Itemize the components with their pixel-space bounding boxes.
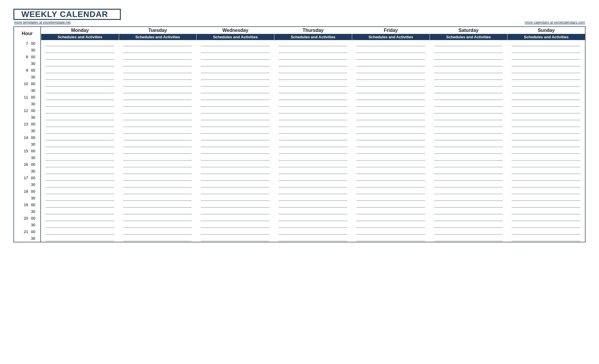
schedule-slot[interactable] bbox=[430, 208, 507, 215]
schedule-slot[interactable] bbox=[196, 121, 274, 127]
schedule-slot[interactable] bbox=[196, 208, 274, 215]
schedule-slot[interactable] bbox=[119, 127, 197, 134]
schedule-slot[interactable] bbox=[196, 228, 274, 235]
schedule-slot[interactable] bbox=[196, 195, 274, 201]
schedule-slot[interactable] bbox=[430, 181, 507, 188]
schedule-slot[interactable] bbox=[430, 87, 507, 94]
schedule-slot[interactable] bbox=[352, 168, 430, 175]
schedule-slot[interactable] bbox=[41, 222, 119, 228]
schedule-slot[interactable] bbox=[274, 114, 352, 121]
schedule-slot[interactable] bbox=[196, 141, 274, 148]
schedule-slot[interactable] bbox=[274, 40, 352, 47]
schedule-slot[interactable] bbox=[274, 134, 352, 141]
schedule-slot[interactable] bbox=[507, 235, 585, 242]
schedule-slot[interactable] bbox=[274, 161, 352, 168]
schedule-slot[interactable] bbox=[507, 222, 585, 228]
schedule-slot[interactable] bbox=[507, 80, 585, 87]
schedule-slot[interactable] bbox=[196, 40, 274, 47]
schedule-slot[interactable] bbox=[430, 67, 507, 74]
schedule-slot[interactable] bbox=[430, 101, 507, 107]
schedule-slot[interactable] bbox=[507, 161, 585, 168]
schedule-slot[interactable] bbox=[352, 188, 430, 195]
templates-link[interactable]: more templates at exceltemplate.net bbox=[14, 20, 70, 25]
schedule-slot[interactable] bbox=[41, 195, 119, 201]
schedule-slot[interactable] bbox=[430, 47, 507, 54]
schedule-slot[interactable] bbox=[274, 228, 352, 235]
schedule-slot[interactable] bbox=[41, 175, 119, 181]
schedule-slot[interactable] bbox=[352, 94, 430, 101]
schedule-slot[interactable] bbox=[507, 40, 585, 47]
schedule-slot[interactable] bbox=[274, 235, 352, 242]
schedule-slot[interactable] bbox=[41, 161, 119, 168]
schedule-slot[interactable] bbox=[41, 235, 119, 242]
schedule-slot[interactable] bbox=[274, 168, 352, 175]
schedule-slot[interactable] bbox=[507, 188, 585, 195]
schedule-slot[interactable] bbox=[196, 54, 274, 60]
schedule-slot[interactable] bbox=[430, 154, 507, 161]
schedule-slot[interactable] bbox=[507, 74, 585, 80]
schedule-slot[interactable] bbox=[430, 134, 507, 141]
schedule-slot[interactable] bbox=[196, 60, 274, 67]
schedule-slot[interactable] bbox=[430, 222, 507, 228]
schedule-slot[interactable] bbox=[274, 181, 352, 188]
schedule-slot[interactable] bbox=[119, 201, 197, 208]
schedule-slot[interactable] bbox=[507, 154, 585, 161]
schedule-slot[interactable] bbox=[352, 74, 430, 80]
schedule-slot[interactable] bbox=[352, 175, 430, 181]
schedule-slot[interactable] bbox=[119, 60, 197, 67]
schedule-slot[interactable] bbox=[352, 80, 430, 87]
schedule-slot[interactable] bbox=[119, 235, 197, 242]
schedule-slot[interactable] bbox=[119, 101, 197, 107]
schedule-slot[interactable] bbox=[196, 134, 274, 141]
schedule-slot[interactable] bbox=[41, 154, 119, 161]
schedule-slot[interactable] bbox=[196, 168, 274, 175]
schedule-slot[interactable] bbox=[196, 47, 274, 54]
schedule-slot[interactable] bbox=[352, 47, 430, 54]
schedule-slot[interactable] bbox=[274, 201, 352, 208]
schedule-slot[interactable] bbox=[507, 148, 585, 154]
schedule-slot[interactable] bbox=[352, 201, 430, 208]
schedule-slot[interactable] bbox=[41, 107, 119, 114]
schedule-slot[interactable] bbox=[274, 148, 352, 154]
schedule-slot[interactable] bbox=[41, 67, 119, 74]
schedule-slot[interactable] bbox=[274, 87, 352, 94]
schedule-slot[interactable] bbox=[41, 40, 119, 47]
schedule-slot[interactable] bbox=[41, 101, 119, 107]
schedule-slot[interactable] bbox=[507, 201, 585, 208]
schedule-slot[interactable] bbox=[507, 168, 585, 175]
schedule-slot[interactable] bbox=[119, 74, 197, 80]
schedule-slot[interactable] bbox=[196, 201, 274, 208]
schedule-slot[interactable] bbox=[119, 208, 197, 215]
schedule-slot[interactable] bbox=[430, 235, 507, 242]
schedule-slot[interactable] bbox=[196, 114, 274, 121]
schedule-slot[interactable] bbox=[430, 74, 507, 80]
schedule-slot[interactable] bbox=[119, 121, 197, 127]
schedule-slot[interactable] bbox=[41, 54, 119, 60]
schedule-slot[interactable] bbox=[430, 175, 507, 181]
schedule-slot[interactable] bbox=[41, 80, 119, 87]
schedule-slot[interactable] bbox=[352, 215, 430, 222]
schedule-slot[interactable] bbox=[41, 228, 119, 235]
schedule-slot[interactable] bbox=[41, 208, 119, 215]
schedule-slot[interactable] bbox=[507, 121, 585, 127]
schedule-slot[interactable] bbox=[352, 127, 430, 134]
schedule-slot[interactable] bbox=[41, 74, 119, 80]
schedule-slot[interactable] bbox=[352, 222, 430, 228]
schedule-slot[interactable] bbox=[430, 94, 507, 101]
schedule-slot[interactable] bbox=[430, 121, 507, 127]
schedule-slot[interactable] bbox=[196, 222, 274, 228]
schedule-slot[interactable] bbox=[352, 161, 430, 168]
schedule-slot[interactable] bbox=[430, 80, 507, 87]
schedule-slot[interactable] bbox=[119, 40, 197, 47]
schedule-slot[interactable] bbox=[274, 47, 352, 54]
schedule-slot[interactable] bbox=[274, 107, 352, 114]
schedule-slot[interactable] bbox=[274, 101, 352, 107]
schedule-slot[interactable] bbox=[352, 228, 430, 235]
schedule-slot[interactable] bbox=[41, 47, 119, 54]
schedule-slot[interactable] bbox=[41, 87, 119, 94]
schedule-slot[interactable] bbox=[507, 94, 585, 101]
schedule-slot[interactable] bbox=[274, 141, 352, 148]
schedule-slot[interactable] bbox=[430, 161, 507, 168]
schedule-slot[interactable] bbox=[352, 195, 430, 201]
schedule-slot[interactable] bbox=[196, 107, 274, 114]
